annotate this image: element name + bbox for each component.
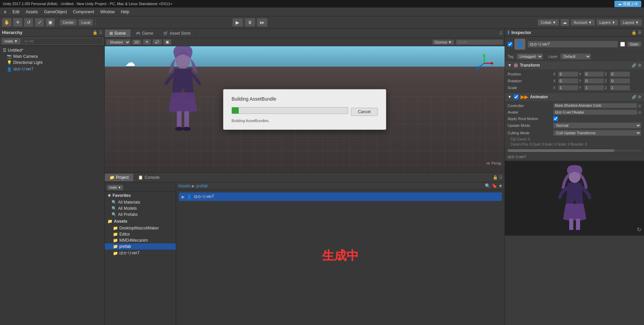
animator-active-checkbox[interactable]: [514, 95, 519, 99]
project-item-all-prefabs[interactable]: 🔍 All Prefabs: [105, 211, 176, 218]
menu-item-help[interactable]: Help: [118, 9, 132, 15]
project-file-yukari[interactable]: ▶ 👤 ゆかりver7: [179, 192, 502, 201]
static-dropdown[interactable]: Static: [627, 41, 641, 47]
project-item-desktop[interactable]: 📁 DesktopMascotMaker: [105, 225, 176, 231]
tab-console[interactable]: 📋 Console: [133, 174, 164, 181]
inspector-lock-icon[interactable]: 🔒: [631, 30, 637, 35]
project-item-prefab[interactable]: 📁 prefab: [105, 243, 176, 250]
account-dropdown[interactable]: Account ▼: [571, 19, 595, 26]
fx-button[interactable]: ▣: [163, 39, 171, 45]
apply-root-motion-checkbox[interactable]: [553, 116, 558, 121]
yukari-folder-label: ゆかりver7: [119, 250, 139, 256]
hierarchy-lock-icon[interactable]: 🔒: [92, 30, 98, 35]
menu-item-edit[interactable]: Edit: [10, 9, 22, 15]
step-button[interactable]: ⏭: [257, 18, 268, 27]
hierarchy-menu-icon[interactable]: ☰: [99, 30, 102, 35]
project-menu-icon[interactable]: ☰: [499, 175, 503, 179]
preview-character-svg: [547, 164, 602, 232]
preview-refresh-icon[interactable]: ↻: [637, 226, 641, 233]
project-assets-section[interactable]: 📁 Assets: [105, 218, 176, 225]
rot-y-field[interactable]: [584, 78, 604, 84]
avatar-target-icon[interactable]: ◎: [638, 110, 641, 115]
controller-field[interactable]: [553, 103, 637, 108]
project-favorites-section[interactable]: ★ Favorites: [105, 192, 176, 199]
hierarchy-item-untitled[interactable]: ☰ Untitled*: [0, 47, 104, 53]
rot-z-field[interactable]: [610, 78, 630, 84]
menu-item-gameobject[interactable]: GameObject: [41, 9, 69, 15]
scale-z-field[interactable]: [610, 85, 630, 90]
tool-move[interactable]: ✛: [13, 18, 22, 27]
project-item-all-models[interactable]: 🔍 All Models: [105, 205, 176, 211]
center-button[interactable]: Center: [60, 19, 77, 26]
project-item-editor[interactable]: 📁 Editor: [105, 231, 176, 237]
cloud-button[interactable]: ☁: [560, 19, 569, 26]
tab-game[interactable]: 🎮 Game: [131, 30, 158, 37]
inspector-menu-icon[interactable]: ☰: [638, 30, 641, 35]
shading-dropdown[interactable]: Shaded: [106, 39, 131, 45]
pos-z-field[interactable]: [610, 71, 630, 77]
project-item-all-materials[interactable]: 🔍 All Materials: [105, 199, 176, 205]
menu-item-window[interactable]: Window: [98, 9, 118, 15]
tool-rect[interactable]: ▣: [46, 18, 55, 27]
inspector-active-checkbox[interactable]: [508, 42, 512, 47]
scene-view[interactable]: ☁: [105, 46, 505, 172]
avatar-field[interactable]: [553, 109, 637, 115]
layer-dropdown[interactable]: Default: [560, 53, 591, 59]
menu-item-component[interactable]: Component: [70, 9, 97, 15]
project-star-icon[interactable]: ★: [498, 183, 503, 188]
collab-button[interactable]: Collab ▼: [538, 19, 559, 26]
scene-toolbar: Shaded 2D ☀ 🔊 ▣ Gizmos ▼: [105, 38, 505, 46]
inspector-scrollbar[interactable]: [508, 149, 641, 152]
pos-x-field[interactable]: [558, 71, 578, 77]
pos-y-field[interactable]: [584, 71, 604, 77]
layers-dropdown[interactable]: Layers ▼: [596, 19, 618, 26]
scene-panel-menu[interactable]: ☰: [499, 31, 503, 35]
project-lock-icon[interactable]: 🔒: [493, 175, 498, 180]
controller-target-icon[interactable]: ◎: [638, 103, 641, 108]
project-item-yukari-folder[interactable]: 📁 ゆかりver7: [105, 250, 176, 257]
pause-button[interactable]: ⏸: [244, 18, 255, 27]
hierarchy-item-main-camera[interactable]: 📷 Main Camera: [0, 53, 104, 59]
inspector-static-checkbox[interactable]: [620, 42, 625, 47]
hierarchy-search-input[interactable]: [22, 38, 103, 45]
upload-button[interactable]: ☁ 搭建上传: [614, 1, 641, 7]
animator-gear-icon[interactable]: ⚙: [638, 95, 641, 99]
inspector-name-field[interactable]: [527, 41, 618, 48]
tag-dropdown[interactable]: Untagged: [516, 53, 543, 59]
tool-hand[interactable]: ✋: [2, 18, 12, 27]
menu-item-e[interactable]: e: [1, 9, 9, 15]
gizmos-button[interactable]: Gizmos ▼: [432, 39, 454, 45]
sun-button[interactable]: ☀: [143, 39, 151, 45]
project-bookmark-icon[interactable]: 🔖: [492, 183, 497, 188]
dialog-cancel-button[interactable]: Cancel: [351, 108, 378, 116]
audio-button[interactable]: 🔊: [152, 39, 162, 45]
play-button[interactable]: ▶: [232, 18, 243, 27]
tab-project[interactable]: 📁 Project: [105, 174, 133, 181]
hierarchy-item-directional-light[interactable]: 💡 Directional Light: [0, 59, 104, 66]
project-create-button[interactable]: reate ▼: [107, 185, 123, 190]
hierarchy-item-yukari[interactable]: 👤 ゆかりver7: [0, 66, 104, 73]
tool-scale[interactable]: ⤢: [35, 18, 44, 27]
project-search-icon[interactable]: 🔍: [485, 183, 490, 188]
menu-item-assets[interactable]: Assets: [23, 9, 40, 15]
transform-gear-icon[interactable]: ⚙: [638, 63, 641, 68]
transform-header[interactable]: ▼ ⊞ Transform 🔗 ⚙: [505, 61, 644, 69]
dialog-progress-fill: [232, 107, 239, 114]
hierarchy-create-button[interactable]: reate ▼: [1, 38, 21, 45]
scale-y-field[interactable]: [584, 85, 604, 90]
2d-button[interactable]: 2D: [132, 39, 141, 45]
project-item-mmd[interactable]: 📁 MMD4Mecanim: [105, 237, 176, 243]
tool-rotate[interactable]: ↺: [24, 18, 33, 27]
scale-x-field[interactable]: [558, 85, 578, 90]
layout-dropdown[interactable]: Layout ▼: [620, 19, 642, 26]
tab-asset-store[interactable]: 🛒 Asset Store: [158, 30, 196, 37]
animator-link-icon[interactable]: 🔗: [632, 95, 637, 99]
transform-link-icon[interactable]: 🔗: [632, 63, 637, 68]
rot-x-field[interactable]: [558, 78, 578, 84]
update-mode-dropdown[interactable]: Normal: [553, 122, 641, 129]
local-button[interactable]: Local: [78, 19, 93, 26]
scene-search-input[interactable]: [456, 39, 503, 45]
tab-scene[interactable]: ⊞ Scene: [105, 30, 131, 37]
animator-header[interactable]: ▼ ▶▶ Animator 🔗 ⚙: [505, 93, 644, 101]
culling-mode-dropdown[interactable]: Cull Update Transforms: [553, 130, 641, 136]
